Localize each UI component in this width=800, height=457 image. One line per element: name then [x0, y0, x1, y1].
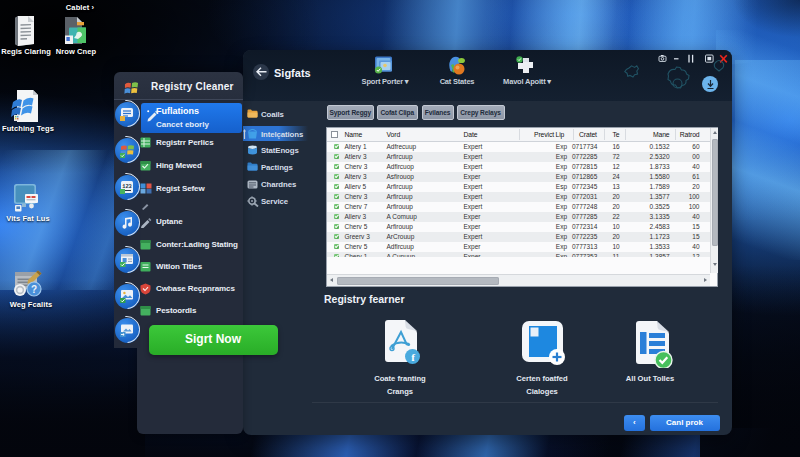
- svg-text:f: f: [411, 351, 415, 363]
- svg-text:?: ?: [31, 284, 37, 295]
